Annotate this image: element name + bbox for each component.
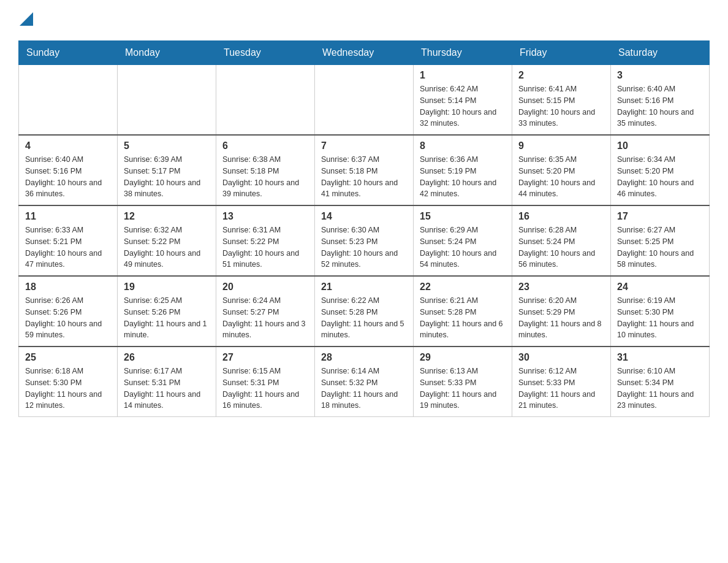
calendar-cell: 26Sunrise: 6:17 AM Sunset: 5:31 PM Dayli… <box>118 347 216 417</box>
calendar-cell: 4Sunrise: 6:40 AM Sunset: 5:16 PM Daylig… <box>19 135 118 205</box>
calendar-cell: 12Sunrise: 6:32 AM Sunset: 5:22 PM Dayli… <box>118 205 216 276</box>
calendar-header-sunday: Sunday <box>19 41 118 65</box>
calendar-cell: 1Sunrise: 6:42 AM Sunset: 5:14 PM Daylig… <box>414 65 512 136</box>
day-number: 12 <box>124 211 210 222</box>
calendar-cell: 31Sunrise: 6:10 AM Sunset: 5:34 PM Dayli… <box>611 347 710 417</box>
calendar-cell: 5Sunrise: 6:39 AM Sunset: 5:17 PM Daylig… <box>118 135 216 205</box>
calendar-cell: 28Sunrise: 6:14 AM Sunset: 5:32 PM Dayli… <box>315 347 414 417</box>
day-info: Sunrise: 6:14 AM Sunset: 5:32 PM Dayligh… <box>321 366 407 412</box>
day-info: Sunrise: 6:15 AM Sunset: 5:31 PM Dayligh… <box>222 366 308 412</box>
day-number: 21 <box>321 282 407 293</box>
calendar-cell: 29Sunrise: 6:13 AM Sunset: 5:33 PM Dayli… <box>414 347 512 417</box>
calendar-cell: 8Sunrise: 6:36 AM Sunset: 5:19 PM Daylig… <box>414 135 512 205</box>
logo-triangle-icon <box>20 12 33 26</box>
calendar-week-row: 18Sunrise: 6:26 AM Sunset: 5:26 PM Dayli… <box>19 276 710 347</box>
calendar-cell: 21Sunrise: 6:22 AM Sunset: 5:28 PM Dayli… <box>315 276 414 347</box>
day-number: 18 <box>25 282 111 293</box>
calendar-cell: 30Sunrise: 6:12 AM Sunset: 5:33 PM Dayli… <box>512 347 611 417</box>
calendar-cell <box>19 65 118 136</box>
calendar-cell: 11Sunrise: 6:33 AM Sunset: 5:21 PM Dayli… <box>19 205 118 276</box>
day-info: Sunrise: 6:42 AM Sunset: 5:14 PM Dayligh… <box>420 83 506 129</box>
calendar-cell: 15Sunrise: 6:29 AM Sunset: 5:24 PM Dayli… <box>414 205 512 276</box>
day-info: Sunrise: 6:31 AM Sunset: 5:22 PM Dayligh… <box>222 224 308 270</box>
day-info: Sunrise: 6:39 AM Sunset: 5:17 PM Dayligh… <box>124 154 210 200</box>
calendar-cell: 16Sunrise: 6:28 AM Sunset: 5:24 PM Dayli… <box>512 205 611 276</box>
day-info: Sunrise: 6:24 AM Sunset: 5:27 PM Dayligh… <box>222 295 308 341</box>
calendar-cell: 20Sunrise: 6:24 AM Sunset: 5:27 PM Dayli… <box>216 276 315 347</box>
day-info: Sunrise: 6:32 AM Sunset: 5:22 PM Dayligh… <box>124 224 210 270</box>
calendar-week-row: 11Sunrise: 6:33 AM Sunset: 5:21 PM Dayli… <box>19 205 710 276</box>
calendar-cell: 2Sunrise: 6:41 AM Sunset: 5:15 PM Daylig… <box>512 65 611 136</box>
day-number: 17 <box>617 211 703 222</box>
day-number: 22 <box>420 282 506 293</box>
day-number: 13 <box>222 211 308 222</box>
calendar-header-friday: Friday <box>512 41 611 65</box>
day-info: Sunrise: 6:30 AM Sunset: 5:23 PM Dayligh… <box>321 224 407 270</box>
calendar-cell: 7Sunrise: 6:37 AM Sunset: 5:18 PM Daylig… <box>315 135 414 205</box>
day-info: Sunrise: 6:10 AM Sunset: 5:34 PM Dayligh… <box>617 366 703 412</box>
day-number: 2 <box>518 70 604 81</box>
calendar-header-saturday: Saturday <box>611 41 710 65</box>
day-number: 26 <box>124 352 210 363</box>
calendar-week-row: 25Sunrise: 6:18 AM Sunset: 5:30 PM Dayli… <box>19 347 710 417</box>
calendar-header-row: SundayMondayTuesdayWednesdayThursdayFrid… <box>19 41 710 65</box>
day-number: 11 <box>25 211 111 222</box>
day-info: Sunrise: 6:18 AM Sunset: 5:30 PM Dayligh… <box>25 366 111 412</box>
calendar-cell: 23Sunrise: 6:20 AM Sunset: 5:29 PM Dayli… <box>512 276 611 347</box>
day-info: Sunrise: 6:19 AM Sunset: 5:30 PM Dayligh… <box>617 295 703 341</box>
day-info: Sunrise: 6:28 AM Sunset: 5:24 PM Dayligh… <box>518 224 604 270</box>
calendar-cell: 22Sunrise: 6:21 AM Sunset: 5:28 PM Dayli… <box>414 276 512 347</box>
calendar-cell: 9Sunrise: 6:35 AM Sunset: 5:20 PM Daylig… <box>512 135 611 205</box>
page-header <box>18 12 710 28</box>
calendar-table: SundayMondayTuesdayWednesdayThursdayFrid… <box>18 40 710 417</box>
day-info: Sunrise: 6:35 AM Sunset: 5:20 PM Dayligh… <box>518 154 604 200</box>
logo <box>18 12 37 28</box>
calendar-week-row: 4Sunrise: 6:40 AM Sunset: 5:16 PM Daylig… <box>19 135 710 205</box>
day-number: 14 <box>321 211 407 222</box>
day-number: 19 <box>124 282 210 293</box>
calendar-cell: 13Sunrise: 6:31 AM Sunset: 5:22 PM Dayli… <box>216 205 315 276</box>
calendar-header-thursday: Thursday <box>414 41 512 65</box>
day-info: Sunrise: 6:25 AM Sunset: 5:26 PM Dayligh… <box>124 295 210 341</box>
calendar-cell: 19Sunrise: 6:25 AM Sunset: 5:26 PM Dayli… <box>118 276 216 347</box>
calendar-cell: 25Sunrise: 6:18 AM Sunset: 5:30 PM Dayli… <box>19 347 118 417</box>
day-number: 6 <box>222 140 308 151</box>
calendar-cell: 14Sunrise: 6:30 AM Sunset: 5:23 PM Dayli… <box>315 205 414 276</box>
day-info: Sunrise: 6:22 AM Sunset: 5:28 PM Dayligh… <box>321 295 407 341</box>
calendar-cell: 24Sunrise: 6:19 AM Sunset: 5:30 PM Dayli… <box>611 276 710 347</box>
day-number: 23 <box>518 282 604 293</box>
calendar-cell: 10Sunrise: 6:34 AM Sunset: 5:20 PM Dayli… <box>611 135 710 205</box>
day-info: Sunrise: 6:29 AM Sunset: 5:24 PM Dayligh… <box>420 224 506 270</box>
day-number: 4 <box>25 140 111 151</box>
day-number: 15 <box>420 211 506 222</box>
day-info: Sunrise: 6:21 AM Sunset: 5:28 PM Dayligh… <box>420 295 506 341</box>
day-info: Sunrise: 6:38 AM Sunset: 5:18 PM Dayligh… <box>222 154 308 200</box>
day-info: Sunrise: 6:12 AM Sunset: 5:33 PM Dayligh… <box>518 366 604 412</box>
calendar-cell <box>315 65 414 136</box>
calendar-header-tuesday: Tuesday <box>216 41 315 65</box>
calendar-header-wednesday: Wednesday <box>315 41 414 65</box>
calendar-cell: 27Sunrise: 6:15 AM Sunset: 5:31 PM Dayli… <box>216 347 315 417</box>
day-number: 16 <box>518 211 604 222</box>
day-number: 3 <box>617 70 703 81</box>
day-number: 9 <box>518 140 604 151</box>
day-info: Sunrise: 6:26 AM Sunset: 5:26 PM Dayligh… <box>25 295 111 341</box>
svg-marker-0 <box>20 12 33 26</box>
day-number: 10 <box>617 140 703 151</box>
day-info: Sunrise: 6:13 AM Sunset: 5:33 PM Dayligh… <box>420 366 506 412</box>
day-number: 7 <box>321 140 407 151</box>
calendar-cell <box>118 65 216 136</box>
day-number: 31 <box>617 352 703 363</box>
day-info: Sunrise: 6:33 AM Sunset: 5:21 PM Dayligh… <box>25 224 111 270</box>
day-number: 20 <box>222 282 308 293</box>
day-number: 5 <box>124 140 210 151</box>
day-info: Sunrise: 6:40 AM Sunset: 5:16 PM Dayligh… <box>25 154 111 200</box>
day-number: 27 <box>222 352 308 363</box>
day-number: 1 <box>420 70 506 81</box>
calendar-cell: 3Sunrise: 6:40 AM Sunset: 5:16 PM Daylig… <box>611 65 710 136</box>
day-info: Sunrise: 6:41 AM Sunset: 5:15 PM Dayligh… <box>518 83 604 129</box>
calendar-header-monday: Monday <box>118 41 216 65</box>
day-info: Sunrise: 6:20 AM Sunset: 5:29 PM Dayligh… <box>518 295 604 341</box>
day-info: Sunrise: 6:36 AM Sunset: 5:19 PM Dayligh… <box>420 154 506 200</box>
day-number: 8 <box>420 140 506 151</box>
